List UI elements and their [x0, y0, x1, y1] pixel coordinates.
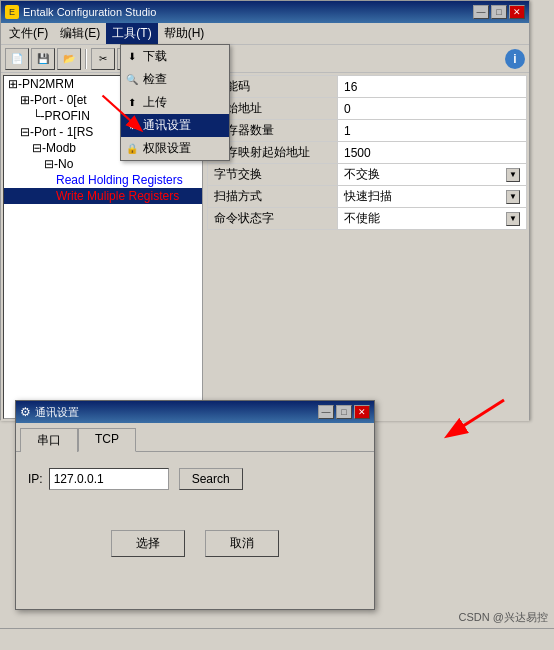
props-panel: 功能码 16 起始地址 0 寄存器数量 1 内存映射起始地址 1500 字节交换: [207, 75, 527, 419]
prop-val-cmdstatus[interactable]: 不使能 ▼: [338, 208, 527, 230]
ip-row: IP: Search: [28, 468, 362, 490]
toolbar: 📄 💾 📂 ✂ 📋 i: [1, 45, 529, 73]
prop-val-memaddr: 1500: [338, 142, 527, 164]
title-bar: E Entalk Configuration Studio — □ ✕: [1, 1, 529, 23]
download-icon: ⬇: [125, 50, 139, 64]
byteswap-dropdown-arrow[interactable]: ▼: [506, 168, 520, 182]
tools-dropdown-menu: ⬇ 下载 🔍 检查 ⬆ 上传 ⚙ 通讯设置 🔒 权限设置: [120, 44, 230, 161]
perm-settings-icon: 🔒: [125, 142, 139, 156]
menu-file[interactable]: 文件(F): [3, 23, 54, 44]
menu-tools[interactable]: 工具(T): [106, 23, 157, 44]
toolbar-separator: [85, 49, 87, 69]
upload-icon: ⬆: [125, 96, 139, 110]
prop-row-memaddr: 内存映射起始地址 1500: [208, 142, 527, 164]
toolbar-btn-3[interactable]: 📂: [57, 48, 81, 70]
dialog-minimize-btn[interactable]: —: [318, 405, 334, 419]
info-button[interactable]: i: [505, 49, 525, 69]
prop-val-startaddr: 0: [338, 98, 527, 120]
dialog-title-bar: ⚙ 通讯设置 — □ ✕: [16, 401, 374, 423]
prop-key-cmdstatus: 命令状态字: [208, 208, 338, 230]
menu-check[interactable]: 🔍 检查: [121, 68, 229, 91]
check-icon: 🔍: [125, 73, 139, 87]
main-window: E Entalk Configuration Studio — □ ✕ 文件(F…: [0, 0, 530, 420]
prop-row-startaddr: 起始地址 0: [208, 98, 527, 120]
close-button[interactable]: ✕: [509, 5, 525, 19]
status-bar: CSDN @兴达易控: [0, 628, 554, 650]
watermark: CSDN @兴达易控: [459, 610, 548, 625]
prop-row-funccode: 功能码 16: [208, 76, 527, 98]
prop-val-funccode: 16: [338, 76, 527, 98]
prop-row-byteswap: 字节交换 不交换 ▼: [208, 164, 527, 186]
properties-table: 功能码 16 起始地址 0 寄存器数量 1 内存映射起始地址 1500 字节交换: [207, 75, 527, 230]
dialog-title-icon: ⚙: [20, 405, 31, 419]
menu-help[interactable]: 帮助(H): [158, 23, 211, 44]
prop-key-byteswap: 字节交换: [208, 164, 338, 186]
prop-row-scanmode: 扫描方式 快速扫描 ▼: [208, 186, 527, 208]
toolbar-btn-1[interactable]: 📄: [5, 48, 29, 70]
dialog-tabs: 串口 TCP: [16, 423, 374, 452]
prop-row-cmdstatus: 命令状态字 不使能 ▼: [208, 208, 527, 230]
minimize-button[interactable]: —: [473, 5, 489, 19]
tree-item-write-registers[interactable]: Write Muliple Registers: [4, 188, 202, 204]
menu-bar: 文件(F) 编辑(E) 工具(T) 帮助(H): [1, 23, 529, 45]
maximize-button[interactable]: □: [491, 5, 507, 19]
menu-upload[interactable]: ⬆ 上传: [121, 91, 229, 114]
cancel-button[interactable]: 取消: [205, 530, 279, 557]
dialog-title-buttons: — □ ✕: [318, 405, 370, 419]
app-title: Entalk Configuration Studio: [23, 6, 473, 18]
search-button[interactable]: Search: [179, 468, 243, 490]
ip-label: IP:: [28, 472, 43, 486]
prop-val-regcount: 1: [338, 120, 527, 142]
content-area: ⊞-PN2MRM ⊞-Port - 0[et └-PROFIN ⊟-Port -…: [1, 73, 529, 421]
comm-settings-dialog: ⚙ 通讯设置 — □ ✕ 串口 TCP IP: Search 选择 取消: [15, 400, 375, 610]
menu-edit[interactable]: 编辑(E): [54, 23, 106, 44]
tree-item-read-registers[interactable]: Read Holding Registers: [4, 172, 202, 188]
dialog-title-text: 通讯设置: [35, 405, 318, 420]
dialog-content: IP: Search: [16, 452, 374, 522]
select-button[interactable]: 选择: [111, 530, 185, 557]
prop-val-byteswap[interactable]: 不交换 ▼: [338, 164, 527, 186]
menu-perm-settings[interactable]: 🔒 权限设置: [121, 137, 229, 160]
title-bar-buttons: — □ ✕: [473, 5, 525, 19]
dialog-footer: 选择 取消: [16, 522, 374, 565]
dialog-maximize-btn[interactable]: □: [336, 405, 352, 419]
comm-settings-icon: ⚙: [125, 119, 139, 133]
ip-input[interactable]: [49, 468, 169, 490]
toolbar-btn-2[interactable]: 💾: [31, 48, 55, 70]
prop-row-regcount: 寄存器数量 1: [208, 120, 527, 142]
tab-serial[interactable]: 串口: [20, 428, 78, 452]
app-icon: E: [5, 5, 19, 19]
prop-key-scanmode: 扫描方式: [208, 186, 338, 208]
cmdstatus-dropdown-arrow[interactable]: ▼: [506, 212, 520, 226]
dialog-close-btn[interactable]: ✕: [354, 405, 370, 419]
tab-tcp[interactable]: TCP: [78, 428, 136, 452]
menu-download[interactable]: ⬇ 下载: [121, 45, 229, 68]
toolbar-btn-4[interactable]: ✂: [91, 48, 115, 70]
scanmode-dropdown-arrow[interactable]: ▼: [506, 190, 520, 204]
prop-val-scanmode[interactable]: 快速扫描 ▼: [338, 186, 527, 208]
menu-comm-settings[interactable]: ⚙ 通讯设置: [121, 114, 229, 137]
